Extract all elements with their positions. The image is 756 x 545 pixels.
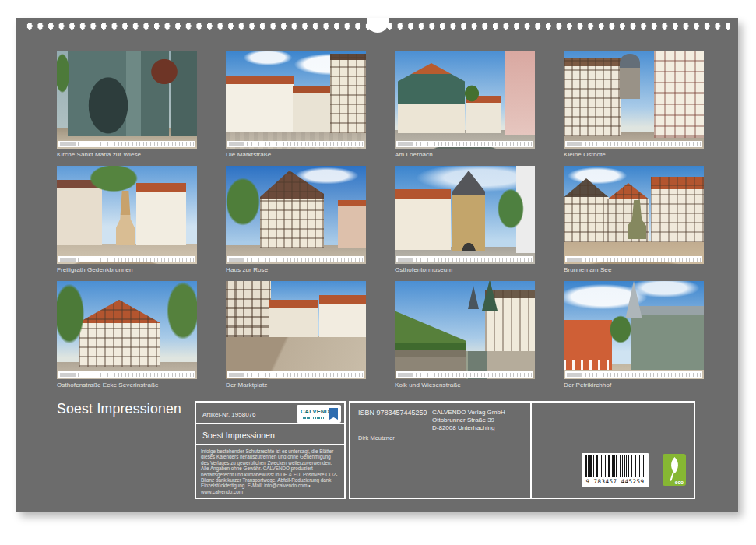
photo-building-left [226, 281, 271, 337]
photo-foliage [57, 281, 90, 354]
month-photo [395, 281, 535, 379]
photo-building-right [338, 200, 366, 248]
leaf-stem-icon [670, 473, 673, 481]
mini-calendar-strip [396, 256, 533, 262]
photo-foliage [57, 51, 72, 100]
month-caption: Haus zur Rose [226, 266, 366, 273]
month-photo [564, 281, 704, 379]
photo-building-center [293, 86, 333, 132]
thumbnail-grid: Kirche Sankt Maria zur Wiese Die Marktst… [57, 51, 704, 396]
photo-foliage [161, 281, 197, 350]
month-tile: Osthofenstraße Ecke Severinstraße [57, 281, 197, 396]
barcode-cell: 9 783457 445259 eco [532, 403, 694, 498]
mini-calendar-strip [396, 371, 533, 378]
product-title-cell: Soest Impressionen [196, 423, 344, 444]
month-tile: Am Loerbach [395, 51, 535, 166]
publisher-address: CALVENDO Verlag GmbH Ottobrunner Straße … [432, 409, 505, 431]
month-caption: Brunnen am See [564, 266, 704, 273]
mini-calendar-strip [565, 141, 702, 147]
mini-calendar-strip [227, 141, 364, 147]
article-number-cell: Artikel-Nr. 1958076 CALVENDO [196, 403, 344, 423]
photo-foliage [606, 311, 635, 348]
photo-building-right [330, 54, 366, 133]
photo-building-left [395, 189, 451, 250]
month-photo [57, 51, 197, 149]
leaf-icon [666, 457, 683, 473]
publisher-box: ISBN 9783457445259 CALVENDO Verlag GmbH … [349, 401, 695, 499]
photo-foliage [462, 82, 482, 105]
month-photo [226, 51, 366, 149]
product-info-box: Artikel-Nr. 1958076 CALVENDO Soest Impre… [195, 401, 346, 499]
month-caption: Am Loerbach [395, 151, 535, 158]
calendar-back-page: Kirche Sankt Maria zur Wiese Die Marktst… [0, 0, 756, 545]
month-photo [226, 281, 366, 379]
mini-calendar-strip [58, 256, 195, 262]
eco-label: eco [675, 480, 684, 485]
month-caption: Osthofenstraße Ecke Severinstraße [57, 382, 197, 389]
month-tile: Freiligrath Gedenkbrunnen [57, 166, 197, 281]
mini-calendar-strip [396, 141, 533, 147]
calendar-sheet: Kirche Sankt Maria zur Wiese Die Marktst… [16, 18, 738, 512]
eco-logo: eco [663, 454, 686, 486]
mini-calendar-strip [58, 371, 195, 378]
month-photo [395, 51, 535, 149]
photo-foliage [80, 166, 147, 197]
month-caption: Kolk und Wiesenstraße [395, 382, 535, 389]
month-photo [564, 166, 704, 264]
photo-building-left [564, 320, 612, 370]
photo-building-center [620, 54, 640, 99]
month-photo [564, 51, 704, 149]
isbn-number: ISBN 9783457445259 [358, 409, 427, 417]
photo-foliage [146, 54, 183, 90]
barcode-bars [585, 455, 645, 477]
month-caption: Osthofentormuseum [395, 266, 535, 273]
calvendo-logo-tagline [301, 417, 325, 419]
product-title: Soest Impressionen [202, 431, 275, 440]
photo-building-right [319, 295, 366, 337]
month-photo [57, 166, 197, 264]
month-photo [395, 166, 535, 264]
photo-building-center [269, 300, 318, 337]
article-number: Artikel-Nr. 1958076 [202, 411, 255, 418]
legal-text-cell: Infolge bestehender Schutzrechte ist es … [196, 444, 344, 498]
month-tile: Kolk und Wiesenstraße [395, 281, 535, 396]
photo-building-left [226, 76, 294, 132]
mini-calendar-strip [227, 256, 364, 262]
month-photo [226, 166, 366, 264]
mini-calendar-strip [565, 371, 702, 378]
photo-building-right [631, 306, 704, 370]
month-tile: Kirche Sankt Maria zur Wiese [57, 51, 197, 166]
barcode-digits: 9 783457 445259 [583, 478, 647, 485]
calvendo-logo-text: CALVENDO [301, 408, 334, 415]
calvendo-flag-icon [329, 408, 338, 420]
photo-building-right [651, 177, 704, 242]
page-title: Soest Impressionen [57, 401, 181, 417]
month-photo [57, 281, 197, 379]
photo-building-left [564, 58, 621, 136]
mini-calendar-strip [227, 371, 364, 378]
month-tile: Haus zur Rose [226, 166, 366, 281]
publisher-details-cell: ISBN 9783457445259 CALVENDO Verlag GmbH … [350, 403, 532, 498]
month-tile: Brunnen am See [564, 166, 704, 281]
photo-foliage [493, 181, 529, 236]
author-name: Dirk Meutzner [358, 434, 395, 441]
month-tile: Der Marktplatz [226, 281, 366, 396]
month-tile: Der Petrikirchhof [564, 281, 704, 396]
legal-text: Infolge bestehender Schutzrechte ist es … [196, 445, 344, 498]
photo-building-right [505, 51, 535, 135]
month-tile: Osthofentormuseum [395, 166, 535, 281]
month-caption: Der Petrikirchhof [564, 382, 704, 389]
month-caption: Kleine Osthofe [564, 151, 704, 158]
mini-calendar-strip [565, 256, 702, 262]
month-caption: Freiligrath Gedenkbrunnen [57, 266, 197, 273]
mini-calendar-strip [58, 141, 195, 147]
photo-building-right [654, 51, 704, 138]
month-caption: Kirche Sankt Maria zur Wiese [57, 151, 197, 158]
month-tile: Kleine Osthofe [564, 51, 704, 166]
month-tile: Die Marktstraße [226, 51, 366, 166]
month-caption: Die Marktstraße [226, 151, 366, 158]
month-caption: Der Marktplatz [226, 382, 366, 389]
photo-foliage [226, 169, 266, 234]
ean-barcode: 9 783457 445259 [582, 453, 649, 487]
calvendo-logo: CALVENDO [297, 405, 341, 423]
